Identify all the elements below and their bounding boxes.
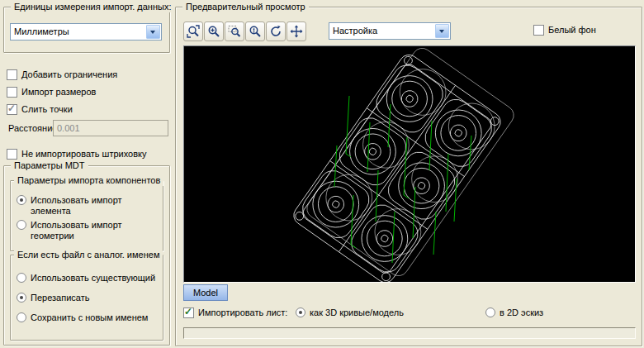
zoom-in-out-icon (207, 25, 220, 38)
radio-as-2d-sketch-label[interactable]: в 2D эскиз (500, 307, 543, 318)
checkbox-add-constraints-label[interactable]: Добавить ограничения (21, 69, 117, 80)
chevron-down-icon (150, 31, 155, 36)
checkbox-merge-points-label[interactable]: Слить точки (21, 104, 73, 115)
checkbox-import-dimensions-label[interactable]: Импорт размеров (21, 87, 96, 98)
zoom-selection-icon (249, 25, 262, 38)
same-name-file-group-title: Если есть файл с аналог. именем (14, 249, 163, 260)
radio-use-feature-import[interactable] (17, 195, 26, 205)
preview-settings-dropdown-button[interactable] (435, 24, 449, 38)
checkbox-import-dimensions[interactable] (7, 87, 17, 98)
import-options-dialog: { "left_panel": { "units_group": { "titl… (0, 0, 644, 348)
pan-view-button[interactable] (286, 21, 306, 41)
check-icon: ✓ (7, 102, 16, 114)
radio-save-new-name-label[interactable]: Сохранить с новым именем (31, 312, 148, 323)
pan-view-icon (290, 25, 303, 38)
tab-model-label: Model (193, 288, 218, 298)
chevron-down-icon (439, 30, 444, 36)
radio-overwrite[interactable] (17, 293, 26, 303)
progress-bar (183, 327, 636, 339)
radio-dot (20, 296, 23, 299)
radio-use-existing-label[interactable]: Использовать существующий (31, 273, 155, 284)
zoom-to-fit-button[interactable] (183, 21, 203, 41)
checkbox-no-hatch-label[interactable]: Не импортировать штриховку (21, 149, 147, 160)
radio-use-geometry-import[interactable] (17, 220, 26, 230)
rotate-view-icon (269, 25, 282, 38)
radio-as-3d-curves[interactable] (296, 307, 305, 317)
radio-use-existing[interactable] (17, 273, 26, 283)
checkbox-merge-points[interactable]: ✓ (7, 104, 17, 115)
component-import-group-title: Параметры импорта компонентов (14, 174, 163, 186)
radio-use-feature-import-label[interactable]: Использовать импорт элемента (31, 195, 154, 217)
radio-dot (20, 198, 23, 202)
zoom-selection-button[interactable] (245, 21, 265, 41)
preview-settings-combobox[interactable]: Настройка (329, 22, 451, 40)
zoom-to-fit-icon (187, 25, 200, 38)
mdt-group-title: Параметры MDT (11, 160, 88, 171)
check-icon: ✓ (184, 306, 192, 317)
checkbox-no-hatch[interactable] (7, 149, 17, 160)
checkbox-white-background-label[interactable]: Белый фон (548, 25, 596, 36)
radio-as-3d-curves-label[interactable]: как 3D кривые/модель (310, 307, 404, 318)
checkbox-add-constraints[interactable] (7, 69, 17, 80)
checkbox-import-sheet-label[interactable]: Импортировать лист: (198, 307, 287, 318)
units-combobox[interactable]: Миллиметры (10, 23, 162, 41)
units-combobox-value: Миллиметры (14, 26, 69, 36)
zoom-in-out-button[interactable] (204, 21, 224, 41)
wireframe-model (184, 46, 635, 282)
preview-group-title: Предварительный просмотр (182, 1, 309, 12)
radio-overwrite-label[interactable]: Перезаписать (31, 293, 89, 303)
distance-value: 0.001 (57, 123, 80, 133)
zoom-to-area-button[interactable] (225, 21, 244, 41)
checkbox-white-background[interactable] (533, 25, 544, 36)
units-group-title: Единицы измерения импорт. данных: (11, 1, 174, 12)
radio-save-new-name[interactable] (17, 312, 26, 322)
radio-dot (299, 311, 302, 314)
rotate-view-button[interactable] (266, 21, 286, 41)
preview-settings-combobox-value: Настройка (333, 26, 377, 36)
preview-viewport[interactable] (183, 45, 636, 283)
radio-use-geometry-import-label[interactable]: Использовать импорт геометрии (31, 220, 154, 241)
radio-as-2d-sketch[interactable] (485, 307, 495, 317)
zoom-to-area-icon (228, 25, 241, 38)
units-combobox-dropdown-button[interactable] (146, 25, 160, 39)
tab-model[interactable]: Model (183, 284, 228, 301)
checkbox-import-sheet[interactable]: ✓ (183, 307, 194, 318)
distance-field[interactable]: 0.001 (53, 120, 168, 136)
